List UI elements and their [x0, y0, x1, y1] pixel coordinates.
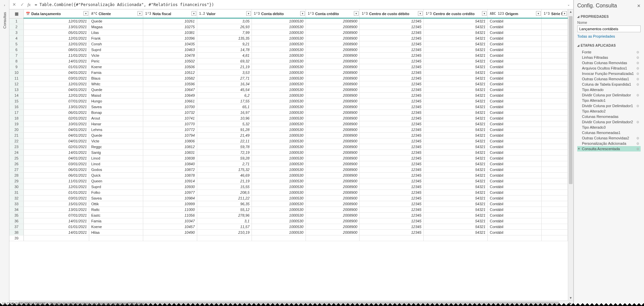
table-row[interactable]: 901/01/2021Koene1050621,1910005302008900… [9, 64, 568, 70]
row-number[interactable]: 3 [9, 30, 24, 35]
applied-step[interactable]: Colunas Renomeadas⚙ [577, 114, 641, 119]
table-row[interactable]: 711/01/2021Victe104784,81100053020089001… [9, 52, 568, 58]
cancel-formula-icon[interactable]: ✕ [11, 2, 17, 7]
cell[interactable]: 135,35 [197, 35, 252, 41]
cell[interactable]: 12345 [360, 41, 424, 47]
cell[interactable]: 12345 [360, 184, 424, 189]
cell[interactable]: 1000530 [252, 98, 306, 104]
cell[interactable]: Eastc [89, 212, 143, 218]
row-number[interactable]: 26 [9, 161, 24, 167]
cell[interactable]: Godos [89, 167, 143, 172]
row-number[interactable]: 16 [9, 104, 24, 110]
gear-icon[interactable]: ⚙ [636, 61, 639, 65]
cell[interactable] [542, 52, 568, 58]
cell[interactable]: 10582 [143, 75, 197, 81]
cell[interactable]: 10,96 [197, 115, 252, 121]
cell[interactable]: 12345 [360, 18, 424, 24]
cell[interactable]: Victe [89, 52, 143, 58]
cell[interactable]: 16,97 [197, 110, 252, 115]
cell[interactable]: 2,71 [197, 161, 252, 167]
cell[interactable]: 10812 [143, 144, 197, 149]
cell[interactable]: 1000530 [252, 121, 306, 127]
cell[interactable]: 54321 [424, 144, 488, 149]
cell[interactable] [542, 201, 568, 207]
cell[interactable]: 12345 [360, 178, 424, 184]
cell[interactable]: 9,21 [197, 41, 252, 47]
cell[interactable]: Contábil [488, 41, 542, 47]
cell[interactable]: 1000530 [252, 47, 306, 52]
cell[interactable]: 2008900 [306, 224, 360, 229]
cell[interactable]: 54321 [424, 195, 488, 201]
gear-icon[interactable]: ⚙ [636, 142, 639, 145]
cell[interactable] [542, 87, 568, 92]
cell[interactable]: 1000530 [252, 212, 306, 218]
applied-step[interactable]: Tipo Alterado3⚙ [577, 125, 641, 130]
cell[interactable]: 1000530 [252, 41, 306, 47]
cell[interactable]: 2008900 [306, 70, 360, 75]
queries-rail[interactable]: › Consultas [0, 0, 9, 306]
column-header[interactable]: AᴮCCliente▾ [89, 9, 143, 18]
cell[interactable] [542, 207, 568, 212]
cell[interactable]: 2008900 [306, 41, 360, 47]
gear-icon[interactable]: ⚙ [636, 77, 639, 81]
cell[interactable]: 16,34 [197, 81, 252, 87]
cell[interactable]: 10840 [143, 161, 197, 167]
cell[interactable] [252, 235, 306, 241]
cell[interactable]: 1000530 [252, 224, 306, 229]
cell[interactable]: 1000530 [252, 184, 306, 189]
cell[interactable]: 59,28 [197, 155, 252, 161]
type-icon[interactable]: 1²3 [145, 12, 151, 15]
cell[interactable]: 14/01/2021 [24, 229, 89, 235]
column-header[interactable]: 1²3Conta débito▾ [252, 9, 306, 18]
gear-icon[interactable]: ⚙ [636, 56, 639, 59]
row-number[interactable]: 22 [9, 138, 24, 144]
cell[interactable]: 2008900 [306, 138, 360, 144]
cell[interactable]: 2008900 [306, 110, 360, 115]
cell[interactable]: 2008900 [306, 212, 360, 218]
cell[interactable]: 54321 [424, 115, 488, 121]
table-row[interactable]: 3012/01/2021Suprd1093015,551000530200890… [9, 184, 568, 189]
all-properties-link[interactable]: Todas as Propriedades [577, 34, 641, 38]
row-number[interactable]: 13 [9, 87, 24, 92]
cell[interactable]: 12345 [360, 70, 424, 75]
cell[interactable]: Blaus [89, 75, 143, 81]
cell[interactable]: 10347 [143, 218, 197, 224]
row-number[interactable]: 7 [9, 52, 24, 58]
filter-dropdown-icon[interactable]: ▾ [246, 11, 251, 16]
cell[interactable]: Frank [89, 35, 143, 41]
cell[interactable] [542, 195, 568, 201]
cell[interactable]: 2008900 [306, 98, 360, 104]
cell[interactable]: 2008900 [306, 104, 360, 110]
applied-step[interactable]: Linhas Filtradas⚙ [577, 55, 641, 60]
applied-step[interactable]: Tipo Alterado1⚙ [577, 98, 641, 103]
cell[interactable]: Contábil [488, 207, 542, 212]
table-row[interactable]: 3614/01/2021Famia103473,1100053020089001… [9, 218, 568, 224]
cell[interactable]: 10596 [143, 81, 197, 87]
cell[interactable]: 10741 [143, 115, 197, 121]
gear-icon[interactable]: ⚙ [636, 50, 639, 54]
cell[interactable]: 10914 [143, 178, 197, 184]
cell[interactable]: Bonap [89, 110, 143, 115]
cell[interactable]: 1000530 [252, 144, 306, 149]
cell[interactable]: 1000530 [252, 132, 306, 138]
row-number[interactable]: 21 [9, 132, 24, 138]
cell[interactable]: Savea [89, 104, 143, 110]
filter-dropdown-icon[interactable]: ▾ [192, 11, 196, 16]
column-header[interactable]: 1²3Nota fiscal▾ [143, 9, 197, 18]
cell[interactable]: 01/01/2021 [24, 64, 89, 70]
table-row[interactable]: 1004/01/2021Famia105123,5310005302008900… [9, 70, 568, 75]
cell[interactable]: 211,22 [197, 195, 252, 201]
cell[interactable]: 2008900 [306, 207, 360, 212]
cell[interactable] [542, 41, 568, 47]
expand-formula-icon[interactable]: ⌄ [566, 3, 571, 6]
cell[interactable] [542, 35, 568, 41]
table-row[interactable]: 1613/01/2021Savea1070065,110005302008900… [9, 104, 568, 110]
row-number[interactable]: 25 [9, 155, 24, 161]
cell[interactable] [424, 235, 488, 241]
cell[interactable] [542, 172, 568, 178]
cell[interactable]: 03/01/2021 [24, 75, 89, 81]
cell[interactable]: Arout [89, 115, 143, 121]
applied-step[interactable]: Dividir Coluna por Delimitador⚙ [577, 92, 641, 98]
vertical-scrollbar[interactable]: ▲ ▼ [568, 9, 573, 300]
cell[interactable]: 12345 [360, 224, 424, 229]
